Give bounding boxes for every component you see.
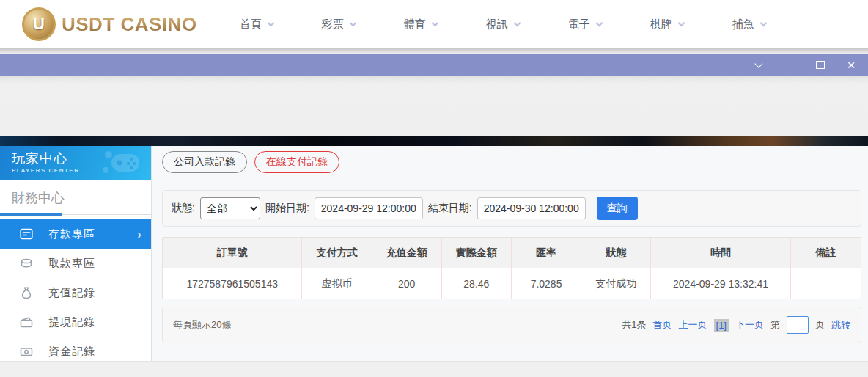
minimize-icon bbox=[785, 65, 795, 66]
current-page-indicator: [1] bbox=[714, 319, 729, 332]
col-header-exchange-rate: 匯率 bbox=[512, 238, 581, 268]
gamepad-icon bbox=[98, 150, 141, 176]
cell-payment-method: 虚拟币 bbox=[302, 268, 372, 299]
pagination-bar: 每頁顯示20條 共1条 首页 上一页 [1] 下一页 第 页 跳转 bbox=[162, 307, 861, 343]
nav-item-home[interactable]: 首頁 bbox=[240, 18, 273, 32]
jump-prefix-text: 第 bbox=[770, 318, 780, 332]
maximize-icon bbox=[816, 61, 825, 69]
jump-action-link[interactable]: 跳转 bbox=[831, 318, 850, 332]
sidebar-item-deposit-zone[interactable]: 存款專區 › bbox=[0, 219, 151, 249]
nav-item-live[interactable]: 視訊 bbox=[486, 18, 520, 32]
cell-order-no: 1727587961505143 bbox=[163, 268, 302, 299]
window-collapse-button[interactable] bbox=[751, 59, 767, 72]
nav-label: 彩票 bbox=[322, 18, 344, 32]
records-table: 訂單號 支付方式 充值金額 實際金額 匯率 狀態 時間 備註 172758796… bbox=[162, 237, 861, 299]
total-count-text: 共1条 bbox=[622, 318, 646, 332]
next-page-link[interactable]: 下一页 bbox=[735, 318, 764, 332]
col-header-time: 時間 bbox=[651, 238, 790, 268]
footer-strip bbox=[0, 361, 868, 377]
wallet-icon bbox=[20, 315, 33, 329]
end-date-input[interactable] bbox=[477, 197, 586, 219]
pagination-controls: 共1条 首页 上一页 [1] 下一页 第 页 跳转 bbox=[622, 316, 850, 334]
chevron-down-icon bbox=[431, 19, 438, 26]
start-date-input[interactable] bbox=[315, 197, 423, 219]
nav-item-cards[interactable]: 棋牌 bbox=[650, 18, 684, 32]
window-controls: × bbox=[751, 59, 859, 72]
tab-company-deposit-records[interactable]: 公司入款記錄 bbox=[162, 151, 247, 173]
record-tabs: 公司入款記錄 在線支付記錄 bbox=[162, 151, 861, 173]
col-header-remark: 備註 bbox=[791, 238, 861, 268]
sidebar-item-label: 充值記錄 bbox=[48, 286, 95, 300]
cell-remark bbox=[791, 268, 861, 299]
col-header-recharge-amount: 充值金額 bbox=[372, 238, 442, 268]
nav-label: 電子 bbox=[568, 18, 590, 32]
sidebar-item-withdrawal-records[interactable]: 提現記錄 › bbox=[0, 307, 151, 337]
cell-status: 支付成功 bbox=[581, 268, 651, 299]
chevron-down-icon bbox=[677, 19, 685, 26]
filter-bar: 狀態: 全部 開始日期: 結束日期: 查詢 bbox=[162, 190, 861, 227]
window-minimize-button[interactable] bbox=[781, 59, 798, 72]
nav-label: 視訊 bbox=[486, 18, 508, 32]
sidebar-item-label: 提現記錄 bbox=[48, 315, 95, 329]
sidebar-menu: 存款專區 › 取款專區 › bbox=[0, 219, 151, 361]
page-size-text: 每頁顯示20條 bbox=[173, 318, 231, 332]
close-icon: × bbox=[847, 58, 855, 72]
dark-banner-strip bbox=[0, 136, 868, 146]
chevron-down-icon bbox=[349, 19, 356, 26]
sidebar: 玩家中心 PLAYERS CENTER bbox=[0, 146, 152, 361]
main-nav: 首頁 彩票 體育 視訊 電子 棋牌 bbox=[240, 18, 766, 32]
table-row: 1727587961505143 虚拟币 200 28.46 7.0285 支付… bbox=[163, 268, 861, 299]
col-header-order-no: 訂單號 bbox=[163, 238, 302, 268]
prev-page-link[interactable]: 上一页 bbox=[679, 318, 707, 332]
sidebar-item-label: 取款專區 bbox=[48, 257, 95, 271]
cell-recharge-amount: 200 bbox=[372, 268, 442, 299]
status-label: 狀態: bbox=[172, 202, 195, 215]
players-center-title: 玩家中心 bbox=[12, 152, 79, 166]
col-header-status: 狀態 bbox=[581, 238, 651, 268]
nav-item-fishing[interactable]: 捕魚 bbox=[732, 18, 766, 32]
window-close-button[interactable]: × bbox=[843, 59, 859, 72]
chevron-down-icon bbox=[595, 19, 603, 26]
cell-time: 2024-09-29 13:32:41 bbox=[651, 268, 790, 299]
empty-gray-area bbox=[0, 76, 868, 136]
sidebar-item-withdraw-zone[interactable]: 取款專區 › bbox=[0, 249, 151, 278]
nav-item-sports[interactable]: 體育 bbox=[404, 18, 438, 32]
col-header-actual-amount: 實際金額 bbox=[442, 238, 512, 268]
window-titlebar: × bbox=[0, 54, 868, 76]
sidebar-header: 玩家中心 PLAYERS CENTER bbox=[0, 146, 151, 180]
finance-center-section-title: 財務中心 bbox=[0, 180, 151, 207]
tab-online-payment-records[interactable]: 在線支付記錄 bbox=[254, 151, 339, 173]
chevron-down-icon bbox=[754, 59, 762, 67]
end-date-label: 結束日期: bbox=[428, 202, 472, 215]
nav-item-lottery[interactable]: 彩票 bbox=[322, 18, 356, 32]
chevron-down-icon bbox=[760, 19, 767, 26]
money-bag-icon bbox=[20, 286, 33, 299]
logo-coin-icon: U bbox=[22, 7, 56, 41]
logo[interactable]: U USDT CASINO bbox=[22, 7, 197, 41]
main-panel: 公司入款記錄 在線支付記錄 狀態: 全部 開始日期: 結束日期: 查詢 訂單號 … bbox=[152, 146, 868, 361]
nav-item-slots[interactable]: 電子 bbox=[568, 18, 602, 32]
banknote-icon bbox=[20, 345, 33, 358]
sidebar-item-recharge-records[interactable]: 充值記錄 › bbox=[0, 278, 151, 307]
nav-label: 首頁 bbox=[240, 18, 262, 32]
start-date-label: 開始日期: bbox=[265, 202, 309, 215]
jump-suffix-text: 页 bbox=[815, 318, 825, 332]
deposit-icon bbox=[20, 227, 33, 241]
chevron-right-icon: › bbox=[137, 228, 141, 241]
first-page-link[interactable]: 首页 bbox=[653, 318, 672, 332]
sidebar-item-funds-records[interactable]: 資金記錄 › bbox=[0, 337, 151, 361]
logo-badge-letter: U bbox=[33, 15, 45, 34]
cell-exchange-rate: 7.0285 bbox=[512, 268, 581, 299]
table-header-row: 訂單號 支付方式 充值金額 實際金額 匯率 狀態 時間 備註 bbox=[163, 238, 861, 268]
col-header-payment-method: 支付方式 bbox=[302, 238, 372, 268]
page-jump-input[interactable] bbox=[787, 316, 809, 334]
window-maximize-button[interactable] bbox=[812, 59, 828, 72]
cell-actual-amount: 28.46 bbox=[442, 268, 512, 299]
top-header: U USDT CASINO 首頁 彩票 體育 視訊 電子 bbox=[0, 0, 868, 48]
players-center-subtitle: PLAYERS CENTER bbox=[12, 167, 79, 174]
search-button[interactable]: 查詢 bbox=[597, 197, 638, 220]
nav-label: 體育 bbox=[404, 18, 426, 32]
status-select[interactable]: 全部 bbox=[200, 197, 260, 219]
header-separator bbox=[0, 48, 868, 54]
logo-text: USDT CASINO bbox=[62, 13, 197, 36]
